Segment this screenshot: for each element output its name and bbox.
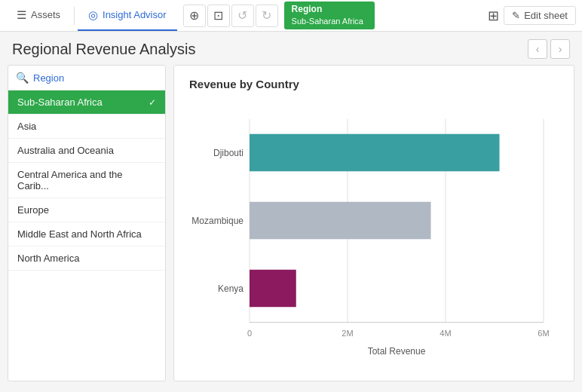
chart-panel: Revenue by Country 02M4M6MDjiboutiMozamb… xyxy=(173,65,574,381)
x-tick-label: 6M xyxy=(538,329,549,338)
chart-title: Revenue by Country xyxy=(189,78,559,90)
edit-sheet-button[interactable]: ✎ Edit sheet xyxy=(504,6,576,25)
sidebar-item-label: Asia xyxy=(17,121,36,132)
sidebar-item-label: Sub-Saharan Africa xyxy=(17,96,103,108)
redo-button[interactable]: ↻ xyxy=(256,5,278,27)
tab-insight[interactable]: ◎ Insight Advisor xyxy=(78,0,177,31)
region-tag-subtitle: Sub-Saharan Africa xyxy=(292,16,367,27)
sidebar-item-label: Europe xyxy=(17,204,49,216)
x-tick-label: 4M xyxy=(440,329,451,338)
nav-next-button[interactable]: › xyxy=(550,39,570,59)
x-axis-label: Total Revenue xyxy=(368,346,426,357)
zoom-in-icon: ⊕ xyxy=(189,8,199,23)
tab-assets[interactable]: ☰ Assets xyxy=(6,0,71,31)
sidebar: 🔍 Region Sub-Saharan Africa✓AsiaAustrali… xyxy=(8,65,166,381)
assets-icon: ☰ xyxy=(17,8,26,22)
sidebar-item-label: Australia and Oceania xyxy=(17,145,114,156)
revenue-chart-svg: 02M4M6MDjiboutiMozambiqueKenyaTotal Reve… xyxy=(189,103,559,369)
bar-kenya[interactable] xyxy=(250,270,296,308)
x-tick-label: 2M xyxy=(342,329,353,338)
search-label[interactable]: Region xyxy=(33,72,64,84)
sidebar-item-label: Middle East and North Africa xyxy=(17,228,142,240)
page-header: Regional Revenue Analysis ‹ › xyxy=(0,32,582,65)
sidebar-item-label: Central America and the Carib... xyxy=(17,169,156,191)
chart-area: 02M4M6MDjiboutiMozambiqueKenyaTotal Reve… xyxy=(189,103,559,369)
toolbar-icons: ⊕ ⊡ ↺ ↻ xyxy=(183,5,278,27)
nav-arrows: ‹ › xyxy=(528,39,570,59)
bar-mozambique[interactable] xyxy=(250,202,431,240)
bar-djibouti[interactable] xyxy=(250,134,500,172)
sidebar-item-north-america[interactable]: North America xyxy=(8,247,165,271)
edit-sheet-label: Edit sheet xyxy=(524,10,568,21)
x-tick-label: 0 xyxy=(247,329,252,338)
sidebar-item-middle-east[interactable]: Middle East and North Africa xyxy=(8,222,165,247)
search-icon: 🔍 xyxy=(16,72,29,84)
right-icons: ⊞ ✎ Edit sheet xyxy=(488,6,576,25)
sidebar-item-australia[interactable]: Australia and Oceania xyxy=(8,139,165,163)
sidebar-item-central-america[interactable]: Central America and the Carib... xyxy=(8,163,165,198)
main-content: 🔍 Region Sub-Saharan Africa✓AsiaAustrali… xyxy=(8,65,574,381)
zoom-in-button[interactable]: ⊕ xyxy=(183,5,206,27)
insight-icon: ◎ xyxy=(88,8,98,22)
tab-divider xyxy=(74,7,75,25)
sidebar-item-label: North America xyxy=(17,253,79,264)
sidebar-item-asia[interactable]: Asia xyxy=(8,115,165,139)
region-tag[interactable]: Region Sub-Saharan Africa xyxy=(284,2,375,29)
edit-icon: ✎ xyxy=(512,10,520,21)
bar-label-kenya: Kenya xyxy=(218,283,244,294)
sidebar-item-sub-saharan[interactable]: Sub-Saharan Africa✓ xyxy=(8,90,165,115)
page-title: Regional Revenue Analysis xyxy=(12,41,196,58)
top-bar: ☰ Assets ◎ Insight Advisor ⊕ ⊡ ↺ ↻ Regio… xyxy=(0,0,582,32)
check-icon: ✓ xyxy=(149,97,156,108)
sidebar-item-europe[interactable]: Europe xyxy=(8,198,165,222)
region-tag-title: Region xyxy=(292,3,367,16)
nav-prev-button[interactable]: ‹ xyxy=(528,39,547,59)
undo-button[interactable]: ↺ xyxy=(231,5,254,27)
tab-assets-label: Assets xyxy=(31,9,60,20)
sidebar-list: Sub-Saharan Africa✓AsiaAustralia and Oce… xyxy=(8,90,165,381)
zoom-fit-button[interactable]: ⊡ xyxy=(207,5,230,27)
zoom-fit-icon: ⊡ xyxy=(213,8,223,23)
grid-icon[interactable]: ⊞ xyxy=(488,8,499,24)
tab-insight-label: Insight Advisor xyxy=(103,9,167,20)
bar-label-djibouti: Djibouti xyxy=(213,148,244,158)
bar-label-mozambique: Mozambique xyxy=(191,216,244,226)
undo-icon: ↺ xyxy=(237,8,247,23)
search-row: 🔍 Region xyxy=(8,66,165,90)
redo-icon: ↻ xyxy=(262,8,271,23)
